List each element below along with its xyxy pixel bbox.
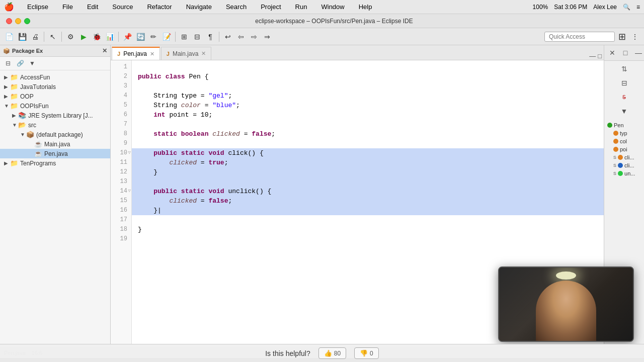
- package-explorer-title: Package Ex: [12, 48, 43, 54]
- ln-12: 12: [111, 167, 131, 177]
- tree-arrow-tenprograms: ▶: [4, 160, 10, 166]
- tree-item-oopisfun[interactable]: ▼ 📁 OOPIsFun: [0, 101, 110, 111]
- tab-mainjava[interactable]: J Main.java ✕: [161, 47, 211, 60]
- thumbs-down-icon: 👎: [360, 349, 368, 357]
- menu-help[interactable]: Help: [356, 2, 375, 12]
- ln-4: 4: [111, 91, 131, 101]
- outline-item-click-method[interactable]: S cli...: [606, 161, 642, 169]
- menu-navigate[interactable]: Navigate: [183, 2, 215, 12]
- print-btn[interactable]: 🖨: [29, 31, 41, 43]
- layout-btn2[interactable]: ⊟: [191, 31, 203, 43]
- nav-btn4[interactable]: ⇒: [261, 31, 273, 43]
- tree-item-defaultpackage[interactable]: ▼ 📦 (default package): [0, 130, 110, 139]
- tree-item-oop[interactable]: ▶ 📁 OOP: [0, 92, 110, 101]
- outline-label-point: poi: [620, 146, 627, 152]
- taskbtn4[interactable]: 📝: [160, 31, 173, 43]
- thumbs-up-button[interactable]: 👍 80: [318, 347, 346, 359]
- apple-menu[interactable]: 🍎: [4, 2, 14, 12]
- tree-item-accessfun[interactable]: ▶ 📁 AccessFun: [0, 72, 110, 82]
- menu-run[interactable]: Run: [292, 2, 310, 12]
- collapse-all-btn[interactable]: ⊟: [3, 58, 13, 68]
- outline-icon-point: [613, 147, 618, 152]
- ln-16: 16: [111, 206, 131, 215]
- outline-item-color[interactable]: col: [606, 137, 642, 145]
- tree-item-mainjava[interactable]: ▶ ☕ Main.java: [0, 139, 110, 149]
- outline-item-point[interactable]: poi: [606, 145, 642, 153]
- nav-btn1[interactable]: ↩: [222, 31, 234, 43]
- layout-btn1[interactable]: ⊞: [178, 31, 190, 43]
- new-btn[interactable]: 📄: [3, 31, 15, 43]
- hide-static-icon[interactable]: S̶: [618, 91, 630, 103]
- cursor-btn[interactable]: ↖: [47, 31, 59, 43]
- maximize-button[interactable]: [24, 18, 30, 24]
- tree-item-src[interactable]: ▼ 📂 src: [0, 120, 110, 130]
- menu-project[interactable]: Project: [258, 2, 284, 12]
- code-line-9: [132, 139, 604, 148]
- debug-btn[interactable]: 🐞: [91, 31, 103, 43]
- outline-close-icon[interactable]: ✕: [606, 47, 618, 59]
- link-editor-btn[interactable]: 🔗: [15, 58, 25, 68]
- panel-menu-btn[interactable]: ▼: [27, 58, 37, 68]
- tree-item-tenprograms[interactable]: ▶ 📁 TenPrograms: [0, 158, 110, 168]
- outline-item-pen[interactable]: Pen: [606, 121, 642, 129]
- search-icon[interactable]: 🔍: [623, 4, 630, 11]
- taskbtn2[interactable]: 🔄: [134, 31, 146, 43]
- code-line-16: }|: [132, 206, 604, 215]
- hide-fields-icon[interactable]: ⊟: [618, 77, 630, 89]
- tree-label-oop: OOP: [20, 93, 34, 100]
- tab-penjava[interactable]: J Pen.java ✕: [112, 47, 160, 60]
- quick-access-input[interactable]: [544, 32, 615, 42]
- thumbs-down-button[interactable]: 👎 0: [354, 347, 379, 359]
- coverage-btn[interactable]: 📊: [104, 31, 116, 43]
- outline-min-icon[interactable]: —: [632, 47, 644, 59]
- code-line-1: [132, 62, 604, 72]
- outline-item-unclick-method[interactable]: S un...: [606, 169, 642, 177]
- menu-eclipse[interactable]: Eclipse: [24, 2, 51, 12]
- person-silhouette: [536, 281, 596, 341]
- menu-extras-icon[interactable]: ≡: [636, 4, 640, 11]
- tree-item-javatutorials[interactable]: ▶ 📁 JavaTutorials: [0, 82, 110, 92]
- user-name: Alex Lee: [593, 4, 617, 11]
- taskbtn1[interactable]: 📌: [121, 31, 133, 43]
- settings-icon[interactable]: ⚙: [64, 31, 76, 43]
- save-btn[interactable]: 💾: [16, 31, 28, 43]
- outline-icon-color: [613, 139, 618, 144]
- close-button[interactable]: [6, 18, 12, 24]
- layout-btn3[interactable]: ¶: [204, 31, 216, 43]
- minimize-button[interactable]: [15, 18, 21, 24]
- ln-15: 15: [111, 196, 131, 206]
- expand-all-icon[interactable]: ▼: [618, 105, 630, 117]
- tree-item-penjava[interactable]: ▶ ☕ Pen.java: [0, 149, 110, 158]
- menu-search[interactable]: Search: [223, 2, 250, 12]
- code-line-19: [132, 234, 604, 244]
- menu-file[interactable]: File: [59, 2, 76, 12]
- menu-bar: 🍎 Eclipse File Edit Source Refactor Navi…: [0, 0, 644, 14]
- menu-refactor[interactable]: Refactor: [144, 2, 175, 12]
- perspective-btn[interactable]: ⊞: [616, 31, 628, 43]
- menu-source[interactable]: Source: [109, 2, 136, 12]
- project-icon-javatutorials: 📁: [10, 83, 18, 90]
- code-line-8: static boolean clicked = false;: [132, 129, 604, 139]
- tab-close-mainjava[interactable]: ✕: [201, 50, 206, 57]
- toolbar-more[interactable]: ⋮: [629, 31, 641, 43]
- taskbtn3[interactable]: ✏: [147, 31, 159, 43]
- nav-btn2[interactable]: ⇦: [235, 31, 247, 43]
- code-line-17: [132, 215, 604, 225]
- maximize-editor-btn[interactable]: □: [598, 52, 602, 60]
- package-explorer-header: 📦 Package Ex ✕: [0, 45, 110, 57]
- close-panel-icon[interactable]: ✕: [102, 47, 107, 54]
- outline-max-icon[interactable]: □: [619, 47, 631, 59]
- menu-edit[interactable]: Edit: [84, 2, 101, 12]
- minimize-editor-btn[interactable]: —: [589, 52, 596, 60]
- ln-7: 7: [111, 120, 131, 129]
- nav-btn3[interactable]: ⇨: [248, 31, 260, 43]
- menu-window[interactable]: Window: [318, 2, 347, 12]
- outline-item-type[interactable]: typ: [606, 129, 642, 137]
- tree-arrow-javatutorials: ▶: [4, 84, 10, 89]
- outline-item-clicked-field[interactable]: S cli...: [606, 153, 642, 161]
- sort-icon[interactable]: ⇅: [618, 63, 630, 75]
- tree-item-jresystem[interactable]: ▶ 📚 JRE System Library [J...: [0, 111, 110, 120]
- ln-1: 1: [111, 62, 131, 72]
- tab-close-penjava[interactable]: ✕: [150, 51, 154, 57]
- run-btn[interactable]: ▶: [77, 31, 90, 43]
